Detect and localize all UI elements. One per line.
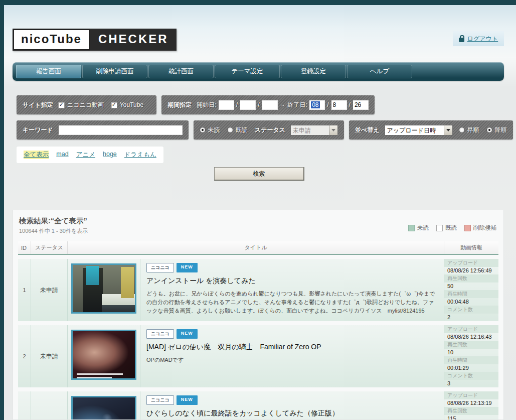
title-cell: ニコニコ NEW [MAD] ゼロの使い魔 双月の騎士 Familiar of … bbox=[140, 325, 444, 387]
main-navigation: 報告画面 削除申請画面 統計画面 テーマ設定 登録設定 ヘルプ bbox=[13, 62, 504, 81]
logout-link-label[interactable]: ログアウト bbox=[467, 35, 498, 43]
thumbnail-cell bbox=[68, 259, 140, 321]
table-row[interactable]: 1 未申請 ニコニコ NEW アンインストール を演奏してみた どうも。お盆に、… bbox=[18, 259, 498, 321]
niconico-badge: ニコニコ bbox=[146, 329, 174, 339]
read-radio[interactable] bbox=[227, 127, 233, 133]
comments-label: コメント数 bbox=[444, 372, 498, 380]
lock-icon bbox=[459, 38, 464, 42]
video-title[interactable]: ひぐらしのなく頃に最終話をカッコよくしてみた（修正版） bbox=[146, 409, 439, 418]
comments-value: 2 bbox=[444, 314, 498, 321]
logo-nicotube: nicoTube bbox=[13, 29, 90, 51]
end-month-input[interactable] bbox=[331, 100, 347, 110]
logout-button[interactable]: ログアウト bbox=[453, 31, 504, 46]
duration-label: 再生時間 bbox=[444, 356, 498, 364]
read-state-group: 未読 既読 ステータス 未申請 bbox=[194, 120, 344, 139]
views-value: 10 bbox=[444, 349, 498, 356]
period-filter-group: 期間指定 開始日: / / ～ 終了日: 08 / / bbox=[161, 95, 375, 114]
descending-radio-label[interactable]: 降順 bbox=[495, 126, 507, 134]
site-filter-group: サイト指定 ニコニコ動画 YouTube bbox=[17, 95, 156, 114]
upload-value: 08/08/26 12:56:49 bbox=[444, 267, 498, 274]
descending-radio[interactable] bbox=[486, 127, 492, 133]
upload-label: アップロード bbox=[444, 391, 498, 399]
header-title: タイトル bbox=[68, 241, 444, 254]
tag-anime[interactable]: アニメ bbox=[76, 151, 95, 159]
dropdown-arrow-icon bbox=[329, 125, 337, 135]
badge-row: ニコニコ NEW bbox=[146, 395, 439, 405]
youtube-checkbox[interactable] bbox=[111, 102, 117, 108]
video-title[interactable]: アンインストール を演奏してみた bbox=[146, 276, 439, 286]
duration-value: 00:04:48 bbox=[444, 298, 498, 306]
tab-report[interactable]: 報告画面 bbox=[16, 65, 81, 78]
video-thumbnail[interactable] bbox=[71, 330, 136, 380]
video-thumbnail[interactable] bbox=[71, 396, 136, 420]
unread-swatch-icon bbox=[408, 225, 415, 231]
end-day-input[interactable] bbox=[353, 100, 369, 110]
tag-mad[interactable]: mad bbox=[56, 151, 68, 159]
tab-theme-settings[interactable]: テーマ設定 bbox=[215, 65, 280, 78]
tag-doraemon[interactable]: ドラえもん bbox=[124, 151, 156, 159]
keyword-input[interactable] bbox=[58, 125, 183, 135]
period-filter-label: 期間指定 bbox=[167, 101, 192, 109]
table-header-row: ID ステータス タイトル 動画情報 bbox=[18, 241, 498, 255]
youtube-checkbox-label[interactable]: YouTube bbox=[120, 101, 143, 108]
duration-label: 再生時間 bbox=[444, 290, 498, 298]
legend-delete-candidate-label: 削除候補 bbox=[473, 224, 496, 232]
video-description: どうも。お盆に、兄からぼくらのを進められ鬱になりつつも見、影響されたにいたって演… bbox=[146, 290, 438, 315]
tab-help[interactable]: ヘルプ bbox=[347, 65, 412, 78]
unread-radio[interactable] bbox=[200, 127, 206, 133]
start-day-input[interactable] bbox=[262, 100, 278, 110]
upload-label: アップロード bbox=[444, 259, 498, 267]
start-year-input[interactable] bbox=[218, 100, 234, 110]
search-button[interactable]: 検索 bbox=[214, 167, 304, 181]
row-id: 2 bbox=[18, 325, 31, 387]
tab-statistics[interactable]: 統計画面 bbox=[148, 65, 214, 78]
thumbnail-cell bbox=[68, 325, 140, 387]
comments-label: コメント数 bbox=[444, 306, 498, 314]
upload-label: アップロード bbox=[444, 325, 498, 333]
views-value: 115 bbox=[444, 415, 498, 420]
table-row[interactable]: 2 未申請 ニコニコ NEW [MAD] ゼロの使い魔 双月の騎士 Famili… bbox=[18, 325, 498, 387]
app-logo[interactable]: nicoTube CHECKER bbox=[13, 29, 177, 51]
sort-group: 並べ替え アップロード日時 昇順 降順 bbox=[349, 120, 513, 139]
row-id: 3 bbox=[18, 391, 31, 420]
niconico-checkbox-label[interactable]: ニコニコ動画 bbox=[67, 101, 104, 109]
tag-hoge[interactable]: hoge bbox=[103, 151, 117, 159]
niconico-badge: ニコニコ bbox=[146, 395, 174, 405]
tag-show-all[interactable]: 全て表示 bbox=[24, 151, 49, 159]
start-month-input[interactable] bbox=[240, 100, 256, 110]
duration-value: 00:01:29 bbox=[444, 364, 498, 372]
tab-delete-request[interactable]: 削除申請画面 bbox=[82, 65, 147, 78]
ascending-radio[interactable] bbox=[459, 127, 465, 133]
read-radio-label[interactable]: 既読 bbox=[236, 126, 248, 134]
legend-unread-label: 未読 bbox=[417, 224, 429, 232]
upload-value: 08/08/26 12:16:43 bbox=[444, 333, 498, 341]
status-legend: 未読 既読 削除候補 bbox=[408, 224, 496, 232]
date-separator: / bbox=[236, 101, 238, 108]
results-count: 100644 件中 1 - 30件を表示 bbox=[19, 227, 88, 235]
title-cell: ニコニコ NEW ひぐらしのなく頃に最終話をカッコよくしてみた（修正版） bbox=[140, 391, 444, 420]
sort-select-value: アップロード日時 bbox=[385, 125, 444, 135]
views-value: 50 bbox=[444, 283, 498, 290]
upload-value: 08/08/26 12:13:19 bbox=[444, 399, 498, 407]
header-status: ステータス bbox=[31, 241, 68, 254]
row-status: 未申請 bbox=[31, 259, 68, 321]
legend-read: 既読 bbox=[436, 224, 457, 232]
tab-registration-settings[interactable]: 登録設定 bbox=[281, 65, 346, 78]
status-select[interactable]: 未申請 bbox=[290, 125, 338, 135]
site-filter-label: サイト指定 bbox=[23, 101, 53, 109]
video-title[interactable]: [MAD] ゼロの使い魔 双月の騎士 Familiar of Zero OP bbox=[146, 343, 439, 352]
sort-select[interactable]: アップロード日時 bbox=[385, 125, 453, 135]
ascending-radio-label[interactable]: 昇順 bbox=[467, 126, 479, 134]
video-info-cell: アップロード 08/08/26 12:13:19 再生回数 115 再生時間 コ… bbox=[444, 391, 498, 420]
badge-row: ニコニコ NEW bbox=[146, 329, 439, 339]
video-thumbnail[interactable] bbox=[71, 263, 136, 314]
niconico-checkbox[interactable] bbox=[58, 102, 65, 108]
keyword-group: キーワード bbox=[17, 120, 189, 139]
end-year-input[interactable]: 08 bbox=[309, 100, 325, 110]
dropdown-arrow-icon bbox=[444, 125, 452, 135]
date-separator: / bbox=[349, 101, 351, 108]
selected-input-text: 08 bbox=[311, 101, 319, 108]
table-row[interactable]: 3 未申請 ニコニコ NEW ひぐらしのなく頃に最終話をカッコよくしてみた（修正… bbox=[18, 391, 498, 420]
unread-radio-label[interactable]: 未読 bbox=[208, 126, 220, 134]
row-status: 未申請 bbox=[31, 325, 68, 387]
